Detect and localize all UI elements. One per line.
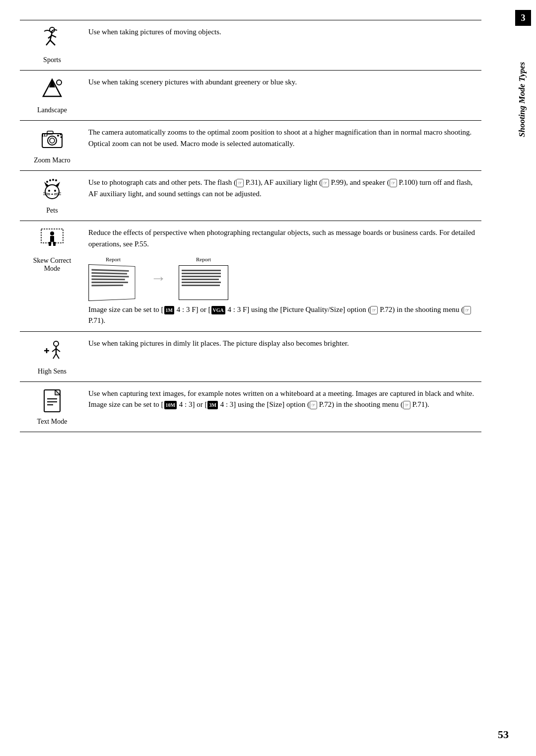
pets-icon xyxy=(39,177,65,203)
icon-cell-highsens: High Sens xyxy=(20,331,84,381)
icon-cell-pets: Pets xyxy=(20,171,84,221)
sports-icon xyxy=(39,26,65,52)
icon-cell-landscape: Landscape xyxy=(20,71,84,121)
svg-line-25 xyxy=(54,193,61,194)
table-row: ID Zoom Macro The camera automatically z… xyxy=(20,121,481,171)
desc-cell-zoom: The camera automatically zooms to the op… xyxy=(84,121,481,171)
desc-cell-highsens: Use when taking pictures in dimly lit pl… xyxy=(84,331,481,381)
svg-point-17 xyxy=(45,185,59,199)
pets-label: Pets xyxy=(24,207,80,215)
table-row: Text Mode Use when capturing text images… xyxy=(20,381,481,432)
svg-marker-22 xyxy=(51,193,53,195)
svg-point-29 xyxy=(52,179,54,181)
svg-line-3 xyxy=(50,40,55,45)
svg-line-2 xyxy=(46,40,50,45)
zoom-macro-label: Zoom Macro xyxy=(24,156,80,164)
sports-label: Sports xyxy=(24,56,80,64)
high-sens-label: High Sens xyxy=(24,368,80,376)
svg-point-30 xyxy=(55,179,57,181)
text-mode-label: Text Mode xyxy=(24,418,80,426)
svg-line-43 xyxy=(56,354,59,359)
svg-line-23 xyxy=(43,193,50,194)
skew-correct-label: Skew CorrectMode xyxy=(24,257,80,273)
chapter-number: 3 xyxy=(515,10,531,26)
desc-cell-pets: Use to photograph cats and other pets. T… xyxy=(84,171,481,221)
svg-point-15 xyxy=(60,134,62,136)
svg-point-11 xyxy=(50,138,55,143)
skew-before-box: Report xyxy=(88,255,138,300)
svg-point-38 xyxy=(54,341,59,346)
page-container: 3 Shooting Mode Types xyxy=(0,0,536,756)
desc-cell-textmode: Use when capturing text images, for exam… xyxy=(84,381,481,432)
svg-point-8 xyxy=(57,80,62,85)
landscape-icon xyxy=(39,76,65,102)
svg-marker-19 xyxy=(55,182,60,187)
arrow-right: → xyxy=(150,266,166,290)
svg-rect-33 xyxy=(50,236,54,242)
table-row: Skew CorrectMode Reduce the effects of p… xyxy=(20,221,481,332)
svg-point-27 xyxy=(46,181,48,183)
table-row: Landscape Use when taking scenery pictur… xyxy=(20,71,481,121)
table-row: High Sens Use when taking pictures in di… xyxy=(20,331,481,381)
sidebar-label: Shooting Mode Types xyxy=(513,25,531,174)
svg-line-42 xyxy=(53,354,56,359)
skew-diagram: Report → xyxy=(88,255,477,300)
desc-cell-landscape: Use when taking scenery pictures with ab… xyxy=(84,71,481,121)
svg-rect-34 xyxy=(49,242,51,246)
modes-table: Sports Use when taking pictures of movin… xyxy=(20,20,481,432)
zoom-icon: ID xyxy=(39,127,65,152)
icon-cell-textmode: Text Mode xyxy=(20,381,84,432)
svg-line-5 xyxy=(52,35,56,37)
icon-cell-skew: Skew CorrectMode xyxy=(20,221,84,332)
high-sens-icon xyxy=(39,338,65,364)
svg-point-14 xyxy=(57,135,59,137)
svg-point-32 xyxy=(50,231,54,235)
desc-cell-skew: Reduce the effects of perspective when p… xyxy=(84,221,481,332)
skew-after-box: Report xyxy=(179,255,228,300)
svg-point-16 xyxy=(61,137,62,138)
icon-cell-sports: Sports xyxy=(20,20,84,71)
skew-correct-icon xyxy=(39,227,65,253)
svg-point-10 xyxy=(48,136,57,145)
desc-cell-sports: Use when taking pictures of moving objec… xyxy=(84,20,481,71)
page-number: 53 xyxy=(498,728,509,741)
svg-text:ID: ID xyxy=(42,132,48,138)
svg-point-28 xyxy=(49,179,51,181)
icon-cell-zoom: ID Zoom Macro xyxy=(20,121,84,171)
landscape-label: Landscape xyxy=(24,106,80,114)
main-content: Sports Use when taking pictures of movin… xyxy=(0,10,511,746)
text-mode-icon xyxy=(39,388,65,414)
svg-rect-35 xyxy=(53,242,56,246)
table-row: Sports Use when taking pictures of movin… xyxy=(20,20,481,71)
svg-point-20 xyxy=(48,190,50,192)
svg-point-21 xyxy=(54,190,56,192)
table-row: Pets Use to photograph cats and other pe… xyxy=(20,171,481,221)
